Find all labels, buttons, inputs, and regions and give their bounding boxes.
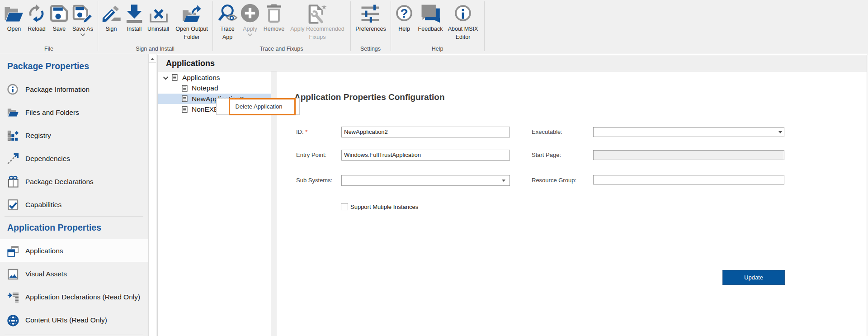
svg-text:?: ? (400, 6, 408, 20)
